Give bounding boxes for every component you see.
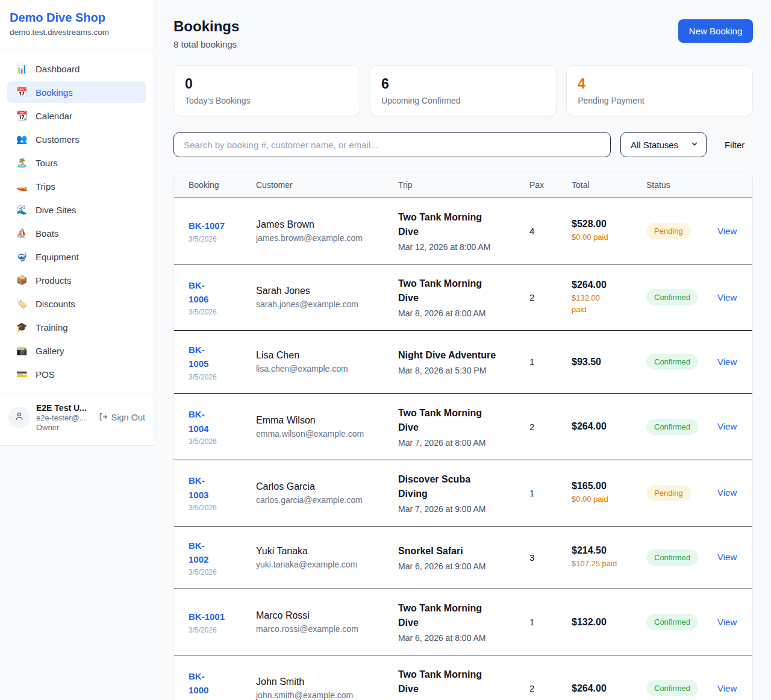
status-badge: Confirmed: [646, 354, 698, 370]
booking-id-link[interactable]: BK- 1006: [189, 278, 250, 307]
booking-id-link[interactable]: BK- 1005: [189, 343, 250, 371]
booking-id-link[interactable]: BK- 1002: [189, 539, 250, 567]
search-input[interactable]: [173, 132, 611, 157]
table-row: BK- 1003 3/5/2026 Carlos Garcia carlos.g…: [174, 460, 752, 526]
status-badge: Pending: [646, 485, 691, 501]
sidebar: Demo Dive Shop demo.test.divestreams.com…: [0, 0, 154, 446]
sidebar-item-calendar[interactable]: 📆 Calendar: [7, 105, 146, 127]
sidebar-item-dashboard[interactable]: 📊 Dashboard: [7, 58, 146, 80]
pax-cell: 1: [529, 617, 572, 627]
trip-datetime: Mar 8, 2026 at 8:00 AM: [398, 308, 523, 318]
sidebar-item-icon: 🌊: [16, 204, 28, 215]
col-header-pax: Pax: [529, 180, 572, 190]
app-layout: Demo Dive Shop demo.test.divestreams.com…: [0, 0, 771, 700]
new-booking-button[interactable]: New Booking: [678, 19, 753, 43]
trip-datetime: Mar 7, 2026 at 8:00 AM: [398, 438, 523, 448]
actions-cell: View: [717, 617, 743, 628]
sidebar-item-label: Boats: [36, 228, 58, 239]
sign-out-label: Sign Out: [111, 413, 145, 422]
actions-cell: View: [717, 552, 743, 563]
sidebar-item-dive-sites[interactable]: 🌊 Dive Sites: [7, 199, 146, 220]
booking-id-link[interactable]: BK- 1003: [189, 473, 250, 502]
shop-name: Demo Dive Shop: [10, 11, 144, 25]
status-cell: Confirmed: [646, 419, 717, 435]
sidebar-item-boats[interactable]: ⛵ Boats: [7, 222, 146, 244]
sidebar-item-label: Calendar: [36, 111, 72, 121]
sidebar-item-icon: 👥: [16, 134, 28, 145]
col-header-trip: Trip: [398, 180, 529, 190]
user-email: e2e-tester@...: [36, 413, 92, 422]
status-cell: Pending: [646, 223, 717, 239]
booking-cell: BK- 1006 3/5/2026: [189, 278, 256, 317]
actions-cell: View: [717, 357, 743, 367]
customer-cell: Lisa Chen lisa.chen@example.com: [256, 350, 398, 373]
sidebar-item-bookings[interactable]: 📅 Bookings: [7, 81, 146, 103]
customer-cell: Carlos Garcia carlos.garcia@example.com: [256, 481, 398, 505]
trip-datetime: Mar 12, 2026 at 8:00 AM: [398, 242, 523, 252]
sign-out-button[interactable]: Sign Out: [98, 412, 145, 423]
table-row: BK-1007 3/5/2026 James Brown james.brown…: [174, 198, 752, 264]
booking-cell: BK- 1002 3/5/2026: [189, 539, 256, 577]
status-select-value: All Statuses: [631, 140, 678, 150]
view-link[interactable]: View: [717, 487, 737, 498]
sidebar-item-tours[interactable]: 🏝️ Tours: [7, 152, 146, 173]
sidebar-item-label: Tours: [36, 158, 58, 168]
view-link[interactable]: View: [717, 683, 737, 693]
sign-out-icon: [98, 412, 108, 423]
sidebar-item-icon: 🏷️: [16, 298, 28, 309]
table-header-row: Booking Customer Trip Pax Total Status: [174, 172, 752, 198]
sidebar-item-pos[interactable]: 💳 POS: [7, 363, 146, 385]
view-link[interactable]: View: [717, 226, 737, 236]
customer-cell: Yuki Tanaka yuki.tanaka@example.com: [256, 546, 398, 569]
booking-id-link[interactable]: BK- 1004: [189, 407, 250, 436]
booking-date: 3/5/2026: [189, 373, 250, 381]
table-row: BK-1001 3/5/2026 Marco Rossi marco.rossi…: [174, 589, 752, 655]
total-cell: $132.00: [572, 617, 646, 628]
customer-name: Carlos Garcia: [256, 481, 392, 492]
sidebar-item-icon: 🏝️: [16, 157, 28, 168]
view-link[interactable]: View: [717, 421, 737, 431]
table-row: BK- 1005 3/5/2026 Lisa Chen lisa.chen@ex…: [174, 330, 752, 393]
view-link[interactable]: View: [717, 357, 737, 367]
sidebar-item-icon: 📊: [16, 63, 28, 74]
booking-date: 3/5/2026: [189, 235, 250, 243]
user-role: Owner: [36, 423, 92, 432]
trip-cell: Night Dive Adventure Mar 8, 2026 at 5:30…: [398, 348, 529, 375]
sidebar-item-products[interactable]: 📦 Products: [7, 269, 146, 291]
status-badge: Confirmed: [646, 289, 698, 305]
stat-value: 6: [381, 76, 545, 92]
customer-name: James Brown: [256, 219, 392, 230]
sidebar-item-trips[interactable]: 🚤 Trips: [7, 175, 146, 197]
booking-id-link[interactable]: BK- 1000: [189, 669, 250, 698]
actions-cell: View: [717, 487, 743, 498]
view-link[interactable]: View: [717, 292, 737, 302]
stat-value: 0: [185, 76, 349, 92]
status-badge: Confirmed: [646, 549, 698, 566]
sidebar-user-footer: E2E Test U... e2e-tester@... Owner Sign …: [0, 393, 154, 445]
status-cell: Confirmed: [646, 549, 717, 566]
col-header-customer: Customer: [256, 180, 398, 190]
sidebar-item-label: Training: [36, 322, 68, 333]
pax-cell: 3: [529, 552, 572, 563]
sidebar-item-customers[interactable]: 👥 Customers: [7, 128, 146, 150]
sidebar-item-discounts[interactable]: 🏷️ Discounts: [7, 293, 146, 314]
status-badge: Pending: [646, 223, 691, 239]
stats-row: 0 Today's Bookings 6 Upcoming Confirmed …: [173, 65, 753, 116]
sidebar-nav: 📊 Dashboard 📅 Bookings 📆 Calendar 👥 Cust…: [0, 49, 154, 393]
sidebar-item-gallery[interactable]: 📸 Gallery: [7, 340, 146, 361]
sidebar-item-equipment[interactable]: 🤿 Equipment: [7, 246, 146, 267]
filter-button[interactable]: Filter: [716, 135, 753, 155]
main-content: Bookings 8 total bookings New Booking 0 …: [154, 0, 771, 700]
booking-id-link[interactable]: BK-1001: [189, 610, 250, 623]
trip-name: Two Tank Morning Dive: [398, 210, 523, 239]
status-select[interactable]: All Statuses: [620, 132, 707, 157]
view-link[interactable]: View: [717, 617, 737, 627]
table-row: BK- 1004 3/5/2026 Emma Wilson emma.wilso…: [174, 393, 752, 460]
pax-cell: 2: [529, 422, 572, 432]
sidebar-item-label: Equipment: [36, 252, 79, 262]
pax-cell: 1: [529, 357, 572, 367]
booking-id-link[interactable]: BK-1007: [189, 219, 250, 233]
sidebar-item-training[interactable]: 🎓 Training: [7, 316, 146, 338]
view-link[interactable]: View: [717, 552, 737, 562]
sidebar-item-label: Trips: [36, 181, 55, 192]
